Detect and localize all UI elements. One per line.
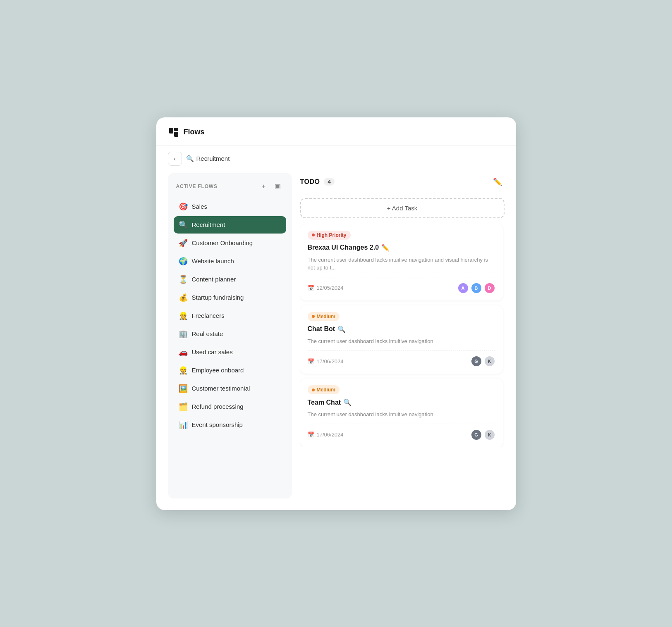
refund-processing-label: Refund processing: [192, 403, 244, 410]
svg-rect-0: [169, 128, 173, 134]
breadcrumb-icon: 🔍: [186, 155, 194, 162]
task-card-1: High Priority Brexaa UI Changes 2.0 ✏️ T…: [300, 224, 503, 300]
task-footer-3: 📅 17/06/2024 G K: [308, 429, 495, 441]
task-desc-1: The current user dashboard lacks intuiti…: [308, 256, 495, 272]
startup-fundraising-emoji: 💰: [179, 293, 188, 302]
layout-button[interactable]: ▣: [272, 181, 284, 192]
freelancers-label: Freelancers: [192, 312, 225, 319]
date-text-2: 17/06/2024: [317, 358, 344, 365]
edit-column-button[interactable]: ✏️: [490, 175, 505, 189]
calendar-icon-3: 📅: [308, 432, 314, 438]
sidebar-item-used-car-sales[interactable]: 🚗 Used car sales: [174, 343, 286, 361]
sidebar-item-customer-onboarding[interactable]: 🚀 Customer Onboarding: [174, 234, 286, 252]
priority-dot-2: [312, 315, 315, 318]
priority-dot-3: [312, 389, 315, 391]
priority-label: High Priority: [317, 232, 347, 238]
task-desc-2: The current user dashboard lacks intuiti…: [308, 337, 495, 346]
task-card-2: Medium Chat Bot 🔍 The current user dashb…: [300, 305, 503, 374]
task-title-1: Brexaa UI Changes 2.0 ✏️: [308, 244, 495, 252]
avatar-K-3: K: [484, 429, 495, 441]
sales-label: Sales: [192, 203, 208, 210]
priority-badge-high: High Priority: [308, 231, 351, 240]
task-date-2: 📅 17/06/2024: [308, 358, 344, 365]
column-header: TODO 4 ✏️: [300, 173, 505, 192]
sidebar-item-recruitment[interactable]: 🔍 Recruitment: [174, 216, 286, 234]
freelancers-emoji: 👷: [179, 311, 188, 320]
task-footer-1: 📅 12/05/2024 A B D: [308, 282, 495, 294]
customer-onboarding-label: Customer Onboarding: [192, 239, 253, 246]
left-panel: ACTIVE FLOWS + ▣ 🎯 Sales: [168, 173, 292, 498]
column-title: TODO: [300, 178, 320, 186]
recruitment-label: Recruitment: [192, 221, 225, 228]
customer-onboarding-emoji: 🚀: [179, 238, 188, 248]
real-estate-label: Real estate: [192, 330, 223, 337]
layout-icon: ▣: [275, 182, 281, 190]
breadcrumb: 🔍 Recruitment: [186, 155, 230, 162]
column-title-group: TODO 4: [300, 178, 335, 186]
real-estate-emoji: 🏢: [179, 329, 188, 339]
content-planner-label: Content planner: [192, 276, 236, 283]
content-planner-emoji: ⏳: [179, 275, 188, 284]
sidebar-item-event-sponsorship[interactable]: 📊 Event sponsorship: [174, 416, 286, 434]
task-title-emoji-2: 🔍: [337, 325, 346, 333]
task-title-text-3: Team Chat: [308, 399, 341, 406]
task-card-3: Medium Team Chat 🔍 The current user dash…: [300, 379, 503, 447]
right-panel: TODO 4 ✏️ + Add Task High Priority: [300, 173, 505, 498]
avatar-G-3: G: [471, 429, 482, 441]
task-title-2: Chat Bot 🔍: [308, 325, 495, 333]
add-task-button[interactable]: + Add Task: [300, 198, 505, 218]
sidebar-item-startup-fundraising[interactable]: 💰 Startup fundraising: [174, 289, 286, 306]
pencil-icon: ✏️: [493, 177, 502, 186]
calendar-icon-2: 📅: [308, 358, 314, 365]
used-car-sales-label: Used car sales: [192, 348, 233, 355]
sidebar-item-website-launch[interactable]: 🌍 Website launch: [174, 253, 286, 270]
panel-header: ACTIVE FLOWS + ▣: [174, 181, 286, 192]
sidebar-item-real-estate[interactable]: 🏢 Real estate: [174, 325, 286, 343]
website-launch-emoji: 🌍: [179, 257, 188, 266]
sidebar-item-freelancers[interactable]: 👷 Freelancers: [174, 307, 286, 324]
event-sponsorship-label: Event sponsorship: [192, 421, 243, 428]
back-button[interactable]: ‹: [168, 152, 182, 166]
avatars-2: G K: [471, 355, 495, 367]
breadcrumb-label: Recruitment: [196, 155, 230, 162]
task-divider-3: [308, 424, 495, 424]
avatars-1: A B D: [457, 282, 495, 294]
column-count: 4: [324, 178, 334, 186]
avatar-B: B: [471, 282, 482, 294]
priority-label-2: Medium: [317, 314, 335, 319]
avatar-A: A: [457, 282, 469, 294]
recruitment-emoji: 🔍: [179, 220, 188, 229]
sidebar-item-customer-testimonial[interactable]: 🖼️ Customer testimonial: [174, 380, 286, 397]
svg-rect-2: [174, 132, 178, 137]
task-desc-3: The current user dashboard lacks intuiti…: [308, 410, 495, 419]
customer-testimonial-label: Customer testimonial: [192, 385, 250, 392]
task-title-3: Team Chat 🔍: [308, 398, 495, 406]
event-sponsorship-emoji: 📊: [179, 420, 188, 429]
website-launch-label: Website launch: [192, 257, 234, 265]
task-title-emoji-1: ✏️: [381, 244, 390, 252]
sales-emoji: 🎯: [179, 202, 188, 211]
task-divider-1: [308, 277, 495, 277]
sidebar-item-content-planner[interactable]: ⏳ Content planner: [174, 271, 286, 288]
priority-label-3: Medium: [317, 387, 335, 393]
breadcrumb-row: ‹ 🔍 Recruitment: [156, 146, 516, 173]
customer-testimonial-emoji: 🖼️: [179, 384, 188, 393]
task-divider-2: [308, 350, 495, 350]
priority-badge-medium-3: Medium: [308, 385, 340, 394]
employee-onboard-label: Employee onboard: [192, 367, 244, 374]
add-flow-button[interactable]: +: [258, 181, 270, 192]
sidebar-item-refund-processing[interactable]: 🗂️ Refund processing: [174, 398, 286, 415]
employee-onboard-emoji: 👷: [179, 366, 188, 375]
app-window: Flows ‹ 🔍 Recruitment ACTIVE FLOWS + ▣: [156, 117, 516, 510]
task-date-1: 📅 12/05/2024: [308, 285, 344, 291]
panel-title: ACTIVE FLOWS: [176, 184, 218, 189]
sidebar-item-employee-onboard[interactable]: 👷 Employee onboard: [174, 362, 286, 379]
plus-icon: +: [262, 183, 265, 190]
top-bar: Flows: [156, 117, 516, 146]
date-text-1: 12/05/2024: [317, 285, 344, 291]
priority-dot: [312, 234, 315, 236]
app-title: Flows: [184, 128, 205, 136]
back-icon: ‹: [174, 155, 176, 162]
avatar-G-2: G: [471, 355, 482, 367]
sidebar-item-sales[interactable]: 🎯 Sales: [174, 198, 286, 215]
